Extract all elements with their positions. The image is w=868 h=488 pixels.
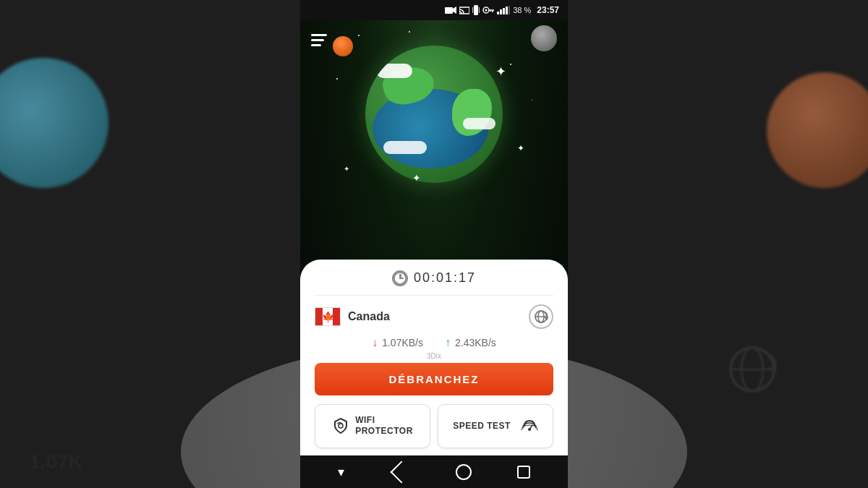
svg-point-20 <box>394 273 406 284</box>
hamburger-menu[interactable] <box>311 34 327 46</box>
cast-icon <box>459 6 469 14</box>
server-row: 🍁 Canada <box>315 304 553 329</box>
star <box>532 100 532 100</box>
svg-line-29 <box>529 425 532 429</box>
signal-icon <box>497 6 510 14</box>
svg-rect-16 <box>500 9 502 14</box>
server-country-name: Canada <box>348 310 390 323</box>
server-change-button[interactable] <box>529 304 553 329</box>
server-info: 🍁 Canada <box>315 307 390 326</box>
app-space-background: ✦ ✦ ✦ ✦ VPN EST SUR 00:01 <box>300 20 568 455</box>
download-speed: ↓ 1.07KB/s <box>372 336 423 349</box>
clock-icon <box>392 270 408 286</box>
camera-status-icon <box>445 6 456 14</box>
home-button[interactable] <box>456 464 472 480</box>
menu-area[interactable] <box>311 30 327 46</box>
canada-flag: 🍁 <box>315 307 341 326</box>
earth-cloud-2 <box>383 141 427 154</box>
app-top-bar <box>300 20 568 56</box>
hamburger-line-2 <box>311 39 324 41</box>
star <box>336 78 338 80</box>
sparkle-4: ✦ <box>412 172 421 184</box>
disconnect-button[interactable]: DÉBRANCHEZ <box>315 363 553 395</box>
upload-speed: ↑ 2.43KB/s <box>445 336 496 349</box>
svg-rect-19 <box>509 6 510 14</box>
mini-planet-orange <box>333 36 353 56</box>
bg-speed-left: 1.07K <box>29 450 83 474</box>
bottom-panel: 00:01:17 🍁 Canada <box>300 260 568 455</box>
back-button[interactable] <box>391 461 413 483</box>
upload-arrow: ↑ <box>445 336 451 349</box>
maple-leaf: 🍁 <box>322 311 334 322</box>
earth-cloud-3 <box>463 118 495 129</box>
sparkle-1: ✦ <box>495 64 506 80</box>
upload-speed-value: 2.43KB/s <box>455 337 496 348</box>
wifi-protector-icon <box>332 417 349 435</box>
speed-test-button[interactable]: SPEED TEST <box>438 404 553 448</box>
globe-refresh-icon <box>533 309 549 325</box>
speed-row: ↓ 1.07KB/s ↑ 2.43KB/s <box>315 336 553 349</box>
sparkle-3: ✦ <box>344 165 349 173</box>
svg-rect-15 <box>497 12 499 14</box>
sparkle-2: ✦ <box>517 143 524 153</box>
vibrate-icon <box>472 5 480 15</box>
timer-row: 00:01:17 <box>315 270 553 296</box>
status-time: 23:57 <box>537 5 559 15</box>
svg-rect-18 <box>506 7 508 14</box>
svg-point-27 <box>339 424 343 428</box>
recent-apps-button[interactable] <box>517 466 530 479</box>
hamburger-line-3 <box>311 44 321 46</box>
hamburger-line-1 <box>311 34 327 36</box>
timer-value: 00:01:17 <box>414 270 476 286</box>
svg-rect-7 <box>474 5 478 15</box>
feature-buttons-row: WIFIPROTECTOR SPEED TEST <box>315 404 553 448</box>
speed-test-icon <box>521 417 538 435</box>
earth-globe <box>365 46 503 183</box>
wifi-protector-label: WIFIPROTECTOR <box>355 415 413 437</box>
speed-test-label: SPEED TEST <box>453 421 511 432</box>
bg-planet-left <box>0 58 109 188</box>
earth-cloud-1 <box>376 64 412 78</box>
download-speed-value: 1.07KB/s <box>382 337 423 348</box>
svg-rect-4 <box>445 7 453 14</box>
battery-level: 38 % <box>513 6 531 14</box>
download-arrow: ↓ <box>372 336 378 349</box>
settings-planet[interactable] <box>531 25 557 51</box>
svg-point-11 <box>485 9 488 12</box>
svg-rect-17 <box>503 8 505 14</box>
svg-marker-5 <box>453 7 456 14</box>
status-icons: 38 % 23:57 <box>445 5 559 15</box>
nav-chevron-down[interactable]: ▾ <box>338 464 344 480</box>
earth-globe-container <box>365 46 503 183</box>
phone-frame: 38 % 23:57 <box>300 0 568 488</box>
vpn-key-icon <box>482 7 494 14</box>
bg-planet-right <box>767 72 868 188</box>
star <box>510 64 511 65</box>
watermark: 3Dix <box>315 352 553 360</box>
wifi-protector-button[interactable]: WIFIPROTECTOR <box>315 404 430 448</box>
status-bar: 38 % 23:57 <box>300 0 568 20</box>
bg-globe-icon <box>723 341 781 401</box>
nav-bar: ▾ <box>300 455 568 488</box>
